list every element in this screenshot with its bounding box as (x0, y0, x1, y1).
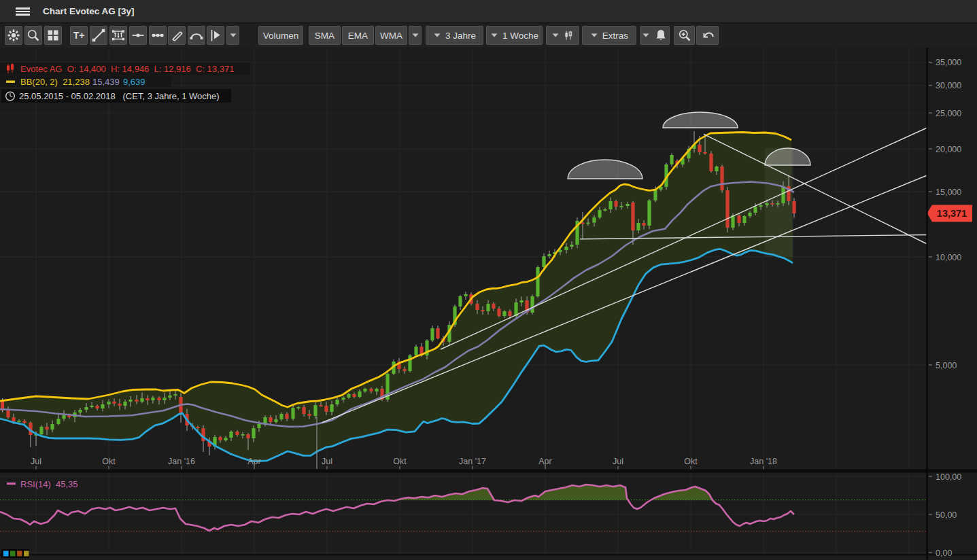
svg-text:20,000: 20,000 (936, 145, 961, 154)
svg-text:Apr: Apr (538, 457, 551, 466)
svg-text:0,00: 0,00 (936, 548, 952, 558)
svg-text:30,000: 30,000 (936, 81, 961, 90)
svg-text:13,371: 13,371 (937, 208, 967, 219)
svg-text:BB(20, 2) 21,238: BB(20, 2) 21,238 (20, 77, 90, 87)
svg-text:25.05.2015 - 05.02.2018 (CET: 25.05.2015 - 05.02.2018 (CET, 3 Jahre, 1… (19, 91, 220, 101)
svg-text:15,439: 15,439 (92, 77, 120, 87)
svg-text:15,000: 15,000 (936, 188, 961, 197)
svg-text:50,00: 50,00 (936, 510, 957, 520)
svg-text:Okt: Okt (102, 457, 116, 466)
svg-text:Jul: Jul (613, 457, 623, 466)
svg-text:Jan '17: Jan '17 (459, 457, 486, 466)
svg-text:10,000: 10,000 (936, 253, 961, 262)
svg-text:25,000: 25,000 (936, 109, 961, 118)
svg-text:35,000: 35,000 (936, 58, 961, 67)
svg-text:9,639: 9,639 (123, 77, 145, 87)
svg-text:Jan '16: Jan '16 (168, 457, 195, 466)
svg-text:Evotec AG O: 14,400 H: 14,94: Evotec AG O: 14,400 H: 14,946 L: 12,916 … (20, 64, 234, 74)
svg-text:Apr: Apr (247, 457, 260, 466)
svg-text:Okt: Okt (684, 457, 698, 466)
svg-text:100,00: 100,00 (936, 472, 961, 482)
svg-text:Okt: Okt (393, 457, 407, 466)
svg-text:RSI(14) 45,35: RSI(14) 45,35 (20, 479, 78, 489)
svg-text:Jul: Jul (322, 457, 332, 466)
svg-text:5,000: 5,000 (936, 361, 957, 370)
svg-text:Jul: Jul (31, 457, 41, 466)
svg-text:Jan '18: Jan '18 (750, 457, 777, 466)
